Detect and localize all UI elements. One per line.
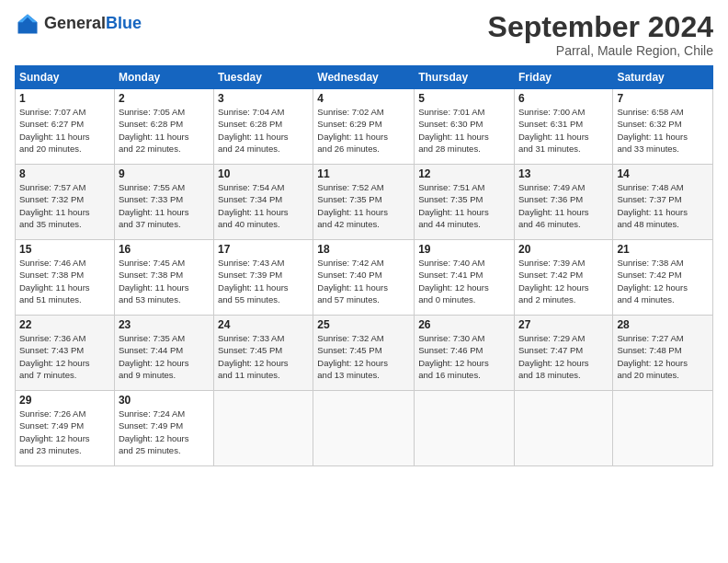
day-info: Sunrise: 7:07 AM Sunset: 6:27 PM Dayligh… [19,106,110,155]
table-row: 23Sunrise: 7:35 AM Sunset: 7:44 PM Dayli… [114,316,213,391]
day-number: 28 [617,318,709,331]
day-info: Sunrise: 7:57 AM Sunset: 7:32 PM Dayligh… [19,181,110,230]
table-row: 25Sunrise: 7:32 AM Sunset: 7:45 PM Dayli… [313,316,415,391]
table-row: 14Sunrise: 7:48 AM Sunset: 7:37 PM Dayli… [613,165,713,240]
day-info: Sunrise: 7:33 AM Sunset: 7:45 PM Dayligh… [218,332,309,381]
day-info: Sunrise: 7:35 AM Sunset: 7:44 PM Dayligh… [119,332,210,381]
day-number: 24 [218,318,309,331]
col-wednesday: Wednesday [313,66,415,89]
day-number: 3 [218,92,309,105]
logo-blue: Blue [106,14,142,32]
col-saturday: Saturday [613,66,713,89]
table-row: 18Sunrise: 7:42 AM Sunset: 7:40 PM Dayli… [313,240,415,316]
day-info: Sunrise: 7:27 AM Sunset: 7:48 PM Dayligh… [617,332,709,381]
day-number: 22 [19,318,110,331]
table-row [613,391,713,466]
day-number: 10 [218,167,309,180]
table-row: 4Sunrise: 7:02 AM Sunset: 6:29 PM Daylig… [313,89,415,165]
table-row [514,391,612,466]
table-row: 9Sunrise: 7:55 AM Sunset: 7:33 PM Daylig… [114,165,213,240]
logo-text: GeneralBlue [44,15,142,33]
table-row: 15Sunrise: 7:46 AM Sunset: 7:38 PM Dayli… [16,240,115,316]
day-number: 26 [418,318,510,331]
day-info: Sunrise: 7:38 AM Sunset: 7:42 PM Dayligh… [617,257,709,305]
day-info: Sunrise: 7:49 AM Sunset: 7:36 PM Dayligh… [518,181,609,230]
day-info: Sunrise: 7:48 AM Sunset: 7:37 PM Dayligh… [617,181,709,230]
day-number: 6 [518,92,609,105]
day-number: 11 [317,167,410,180]
logo-icon [15,11,40,37]
table-row: 10Sunrise: 7:54 AM Sunset: 7:34 PM Dayli… [214,165,313,240]
page: GeneralBlue September 2024 Parral, Maule… [0,0,728,563]
day-info: Sunrise: 7:40 AM Sunset: 7:41 PM Dayligh… [418,257,510,305]
table-row: 11Sunrise: 7:52 AM Sunset: 7:35 PM Dayli… [313,165,415,240]
day-number: 16 [119,243,210,256]
col-monday: Monday [114,66,213,89]
table-row: 30Sunrise: 7:24 AM Sunset: 7:49 PM Dayli… [114,391,213,466]
day-number: 4 [317,92,410,105]
day-info: Sunrise: 7:01 AM Sunset: 6:30 PM Dayligh… [418,106,510,155]
day-number: 8 [19,167,110,180]
header: GeneralBlue September 2024 Parral, Maule… [15,11,713,58]
day-number: 1 [19,92,110,105]
day-number: 23 [119,318,210,331]
day-number: 9 [119,167,210,180]
calendar: Sunday Monday Tuesday Wednesday Thursday… [15,65,713,466]
table-row: 28Sunrise: 7:27 AM Sunset: 7:48 PM Dayli… [613,316,713,391]
table-row [313,391,415,466]
day-number: 27 [518,318,609,331]
day-info: Sunrise: 7:54 AM Sunset: 7:34 PM Dayligh… [218,181,309,230]
day-info: Sunrise: 7:24 AM Sunset: 7:49 PM Dayligh… [119,408,210,456]
day-info: Sunrise: 7:51 AM Sunset: 7:35 PM Dayligh… [418,181,510,230]
day-number: 25 [317,318,410,331]
title-block: September 2024 Parral, Maule Region, Chi… [488,11,713,58]
day-number: 5 [418,92,510,105]
day-info: Sunrise: 7:29 AM Sunset: 7:47 PM Dayligh… [518,332,609,381]
day-info: Sunrise: 7:02 AM Sunset: 6:29 PM Dayligh… [317,106,410,155]
table-row: 21Sunrise: 7:38 AM Sunset: 7:42 PM Dayli… [613,240,713,316]
week-row-2: 8Sunrise: 7:57 AM Sunset: 7:32 PM Daylig… [16,165,713,240]
day-info: Sunrise: 7:55 AM Sunset: 7:33 PM Dayligh… [119,181,210,230]
day-info: Sunrise: 7:52 AM Sunset: 7:35 PM Dayligh… [317,181,410,230]
day-number: 2 [119,92,210,105]
col-sunday: Sunday [16,66,115,89]
col-tuesday: Tuesday [214,66,313,89]
table-row: 20Sunrise: 7:39 AM Sunset: 7:42 PM Dayli… [514,240,612,316]
day-number: 18 [317,243,410,256]
day-number: 20 [518,243,609,256]
table-row: 27Sunrise: 7:29 AM Sunset: 7:47 PM Dayli… [514,316,612,391]
table-row: 1Sunrise: 7:07 AM Sunset: 6:27 PM Daylig… [16,89,115,165]
week-row-3: 15Sunrise: 7:46 AM Sunset: 7:38 PM Dayli… [16,240,713,316]
month-title: September 2024 [488,11,713,43]
day-info: Sunrise: 7:46 AM Sunset: 7:38 PM Dayligh… [19,257,110,305]
day-info: Sunrise: 7:04 AM Sunset: 6:28 PM Dayligh… [218,106,309,155]
logo: GeneralBlue [15,11,142,37]
day-info: Sunrise: 7:36 AM Sunset: 7:43 PM Dayligh… [19,332,110,381]
table-row: 12Sunrise: 7:51 AM Sunset: 7:35 PM Dayli… [415,165,515,240]
table-row: 5Sunrise: 7:01 AM Sunset: 6:30 PM Daylig… [415,89,515,165]
table-row [415,391,515,466]
day-info: Sunrise: 7:39 AM Sunset: 7:42 PM Dayligh… [518,257,609,305]
day-info: Sunrise: 7:30 AM Sunset: 7:46 PM Dayligh… [418,332,510,381]
day-info: Sunrise: 7:42 AM Sunset: 7:40 PM Dayligh… [317,257,410,305]
day-info: Sunrise: 7:32 AM Sunset: 7:45 PM Dayligh… [317,332,410,381]
table-row: 22Sunrise: 7:36 AM Sunset: 7:43 PM Dayli… [16,316,115,391]
day-info: Sunrise: 7:26 AM Sunset: 7:49 PM Dayligh… [19,408,110,456]
col-thursday: Thursday [415,66,515,89]
table-row: 2Sunrise: 7:05 AM Sunset: 6:28 PM Daylig… [114,89,213,165]
day-number: 30 [119,394,210,407]
table-row: 16Sunrise: 7:45 AM Sunset: 7:38 PM Dayli… [114,240,213,316]
day-number: 21 [617,243,709,256]
day-number: 12 [418,167,510,180]
day-info: Sunrise: 7:05 AM Sunset: 6:28 PM Dayligh… [119,106,210,155]
day-number: 14 [617,167,709,180]
table-row: 7Sunrise: 6:58 AM Sunset: 6:32 PM Daylig… [613,89,713,165]
table-row [214,391,313,466]
week-row-5: 29Sunrise: 7:26 AM Sunset: 7:49 PM Dayli… [16,391,713,466]
day-info: Sunrise: 7:00 AM Sunset: 6:31 PM Dayligh… [518,106,609,155]
logo-general: General [44,14,106,32]
table-row: 13Sunrise: 7:49 AM Sunset: 7:36 PM Dayli… [514,165,612,240]
table-row: 3Sunrise: 7:04 AM Sunset: 6:28 PM Daylig… [214,89,313,165]
week-row-1: 1Sunrise: 7:07 AM Sunset: 6:27 PM Daylig… [16,89,713,165]
day-number: 19 [418,243,510,256]
